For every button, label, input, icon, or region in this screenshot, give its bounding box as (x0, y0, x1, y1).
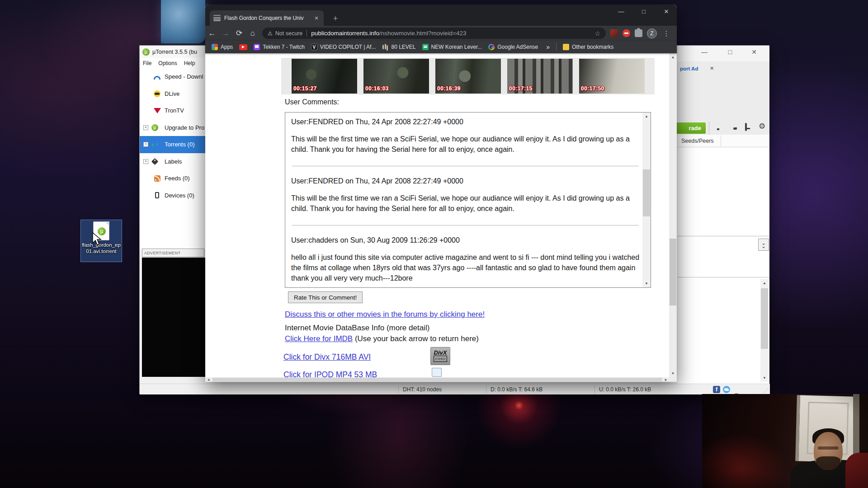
close-ad-icon[interactable]: ✕ (710, 66, 714, 71)
timestamp: 00:17:50 (581, 85, 604, 92)
facebook-icon[interactable]: f (713, 386, 720, 393)
rate-comment-button[interactable]: Rate This or Comment! (288, 291, 363, 303)
twitter-icon[interactable] (723, 386, 730, 393)
scroll-up-icon[interactable]: ▲ (669, 53, 677, 61)
torrent-list-area (677, 147, 769, 236)
page-scrollbar-horizontal[interactable]: ◂ ▸ (205, 377, 677, 382)
utorrent-app-icon: µ (142, 48, 150, 56)
forward-icon[interactable]: → (219, 29, 232, 38)
scroll-left-icon[interactable]: ◂ (205, 377, 212, 382)
divx-download-link[interactable]: Click for Divx 716MB AVI (283, 352, 371, 361)
timestamp: 00:17:15 (509, 85, 533, 92)
status-dht: DHT: 410 nodes (403, 386, 442, 393)
bookmark-korean[interactable]: NEW Korean Lever... (422, 44, 482, 50)
scroll-down-icon[interactable]: ▼ (760, 374, 769, 382)
timestamp: 00:15:27 (293, 85, 317, 92)
mp4-file-icon (432, 368, 442, 377)
menu-options[interactable]: Options (158, 60, 177, 66)
monitor-icon[interactable] (745, 124, 747, 130)
sidebar-item-speed[interactable]: Speed - Downl (140, 68, 208, 85)
back-icon[interactable]: ← (205, 29, 219, 38)
bookmark-video-copilot[interactable]: V VIDEO COPILOT | Af... (311, 44, 376, 50)
expand-chevron-button[interactable]: ⌄⌄ (758, 239, 769, 251)
webcam-overlay (702, 394, 868, 488)
address-bar[interactable]: ⚠ Not secure publicdomaintorrents.info /… (262, 28, 606, 39)
browser-toolbar: ← → ⟳ ⌂ ⚠ Not secure publicdomaintorrent… (205, 26, 677, 41)
folder-icon (563, 44, 569, 50)
sidebar-item-devices[interactable]: Devices (0) (140, 187, 208, 204)
close-button[interactable]: ✕ (747, 48, 761, 56)
browser-tab[interactable]: Flash Gordon Conquers the Univ ✕ (210, 10, 324, 26)
utorrent-titlebar[interactable]: µ µTorrent 3.5.5 (bu (140, 46, 208, 58)
bookmark-star-icon[interactable]: ☆ (594, 30, 600, 37)
menu-file[interactable]: File (143, 60, 151, 66)
scroll-right-icon[interactable]: ▸ (663, 377, 669, 382)
scroll-up-icon[interactable]: ▲ (642, 113, 651, 120)
column-seeds-peers[interactable]: Seeds/Peers (681, 138, 714, 144)
extensions-area: Z ⋮ (610, 28, 673, 38)
bookmark-adsense[interactable]: Google AdSense (488, 44, 538, 50)
maximize-button[interactable]: □ (637, 8, 651, 15)
scrollbar-thumb[interactable] (761, 288, 768, 349)
scroll-up-icon[interactable]: ▲ (760, 279, 769, 287)
sidebar-item-dlive[interactable]: DLive (140, 85, 208, 103)
utorrent-menubar: File Options Help (140, 58, 208, 68)
sidebar-item-upgrade[interactable]: + µ Upgrade to Pro (140, 119, 208, 136)
utorrent-statusbar: DHT: 410 nodes D: 0.0 kB/s T: 64.6 kB U:… (140, 384, 770, 394)
sidebar-item-trontv[interactable]: TronTV (140, 102, 208, 119)
upgrade-button[interactable]: rade (673, 122, 706, 134)
security-label[interactable]: Not secure (275, 30, 302, 37)
expander-icon[interactable]: + (143, 142, 148, 147)
sidebar-item-labels[interactable]: + Labels (140, 153, 208, 170)
resize-grip[interactable]: ⋰ (764, 388, 769, 394)
page-scrollbar-vertical[interactable]: ▲ ▼ (669, 53, 677, 377)
timestamp: 00:16:03 (365, 85, 389, 92)
reload-icon[interactable]: ⟳ (232, 28, 246, 38)
column-divider[interactable] (721, 136, 721, 146)
adblock-extension-icon[interactable] (623, 29, 630, 37)
gear-icon[interactable]: ⚙ (759, 122, 765, 130)
scroll-down-icon[interactable]: ▼ (669, 370, 677, 377)
scrollbar-thumb[interactable] (212, 378, 662, 381)
bookmarks-overflow-icon[interactable]: » (546, 43, 550, 51)
report-ad-link[interactable]: port Ad (680, 66, 698, 71)
tab-close-icon[interactable]: ✕ (313, 15, 320, 21)
sidebar-item-torrents[interactable]: + ▲▼ Torrents (0) (140, 136, 208, 153)
scrollbar-vertical[interactable]: ▲ ▼ (760, 279, 769, 382)
trontv-icon (153, 107, 161, 114)
new-tab-button[interactable]: + (330, 14, 341, 24)
divx-logo: DivXVIDEO (430, 347, 450, 365)
bookmark-tekken[interactable]: Tekken 7 - Twitch (254, 44, 304, 50)
minimize-button[interactable]: — (614, 8, 628, 15)
lower-panel: ▲ ▼ (677, 277, 769, 384)
browser-menu-icon[interactable]: ⋮ (661, 29, 671, 38)
sidebar-item-feeds[interactable]: Feeds (0) (140, 170, 208, 187)
scrollbar-thumb[interactable] (643, 169, 650, 216)
scroll-down-icon[interactable]: ▼ (642, 280, 651, 287)
ublock-extension-icon[interactable] (610, 29, 618, 37)
puzzle-extension-icon[interactable] (635, 29, 642, 37)
comment-body: This will be the first time we ran a Sci… (291, 193, 640, 214)
home-icon[interactable]: ⌂ (246, 29, 259, 38)
maximize-button[interactable]: □ (723, 48, 737, 56)
minimize-button[interactable]: — (698, 48, 711, 56)
scrollbar-thumb[interactable] (670, 239, 676, 305)
discuss-forums-link[interactable]: Discuss this or other movies in the foru… (285, 310, 485, 319)
close-button[interactable]: ✕ (660, 8, 673, 15)
bookmark-80level[interactable]: 80 LEVEL (382, 44, 415, 50)
expander-icon[interactable]: + (143, 159, 148, 164)
toolbar-separator (709, 122, 709, 135)
comment-header: User:chadders on Sun, 30 Aug 2009 11:26:… (291, 235, 640, 245)
url-host: publicdomaintorrents.info (311, 30, 379, 37)
other-bookmarks[interactable]: Other bookmarks (563, 44, 613, 50)
comments-scrollbar[interactable]: ▲ ▼ (642, 113, 651, 287)
profile-avatar[interactable]: Z (647, 28, 657, 38)
bookmark-apps[interactable]: Apps (212, 44, 233, 50)
ipod-download-link[interactable]: Click for IPOD MP4 53 MB (283, 370, 377, 377)
menu-help[interactable]: Help (184, 60, 195, 66)
apps-grid-icon (212, 44, 218, 50)
imdb-link[interactable]: Click Here for IMDB (285, 334, 353, 343)
bookmark-youtube[interactable] (239, 44, 247, 50)
advertisement-area (142, 258, 208, 377)
expander-icon[interactable]: + (143, 125, 148, 130)
